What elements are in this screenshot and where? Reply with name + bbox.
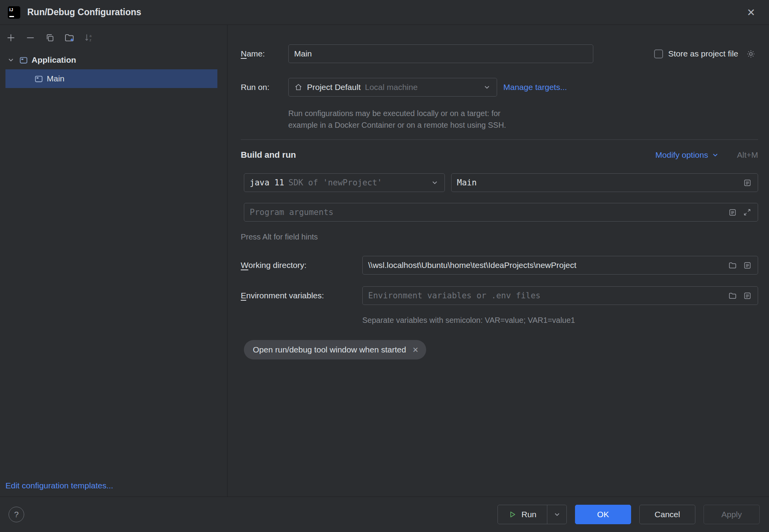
sort-az-icon: a z: [84, 33, 94, 43]
run-button-label: Run: [521, 510, 536, 519]
new-folder-icon: [64, 32, 75, 43]
main-class-input[interactable]: [452, 174, 740, 192]
build-and-run-title: Build and run: [241, 150, 296, 160]
tree-item-main[interactable]: Main: [5, 69, 217, 88]
remove-configuration-button[interactable]: [22, 30, 39, 46]
help-icon[interactable]: ?: [9, 507, 24, 522]
ok-button[interactable]: OK: [575, 505, 631, 524]
add-configuration-button[interactable]: [2, 30, 19, 46]
build-fields: java 11 SDK of 'newProject': [244, 173, 758, 222]
run-on-select[interactable]: Project Default Local machine: [288, 78, 497, 97]
run-on-label: Run on:: [241, 83, 288, 92]
environment-variables-help: Separate variables with semicolon: VAR=v…: [362, 314, 758, 326]
run-on-help-line1: Run configurations may be executed local…: [288, 107, 758, 119]
run-button[interactable]: Run: [498, 505, 547, 524]
program-arguments-input[interactable]: [244, 203, 725, 221]
run-on-help: Run configurations may be executed local…: [288, 107, 758, 131]
titlebar: IJ Run/Debug Configurations ✕: [0, 0, 769, 25]
name-input[interactable]: [289, 45, 593, 63]
run-on-row: Run on: Project Default Local machine Ma…: [241, 78, 758, 97]
application-icon: [34, 74, 43, 83]
working-directory-input[interactable]: [363, 256, 725, 274]
expand-field-icon[interactable]: [740, 288, 755, 303]
store-as-project-file-group: Store as project file: [654, 46, 758, 61]
environment-variables-field: [362, 286, 758, 305]
expand-dialog-icon[interactable]: [740, 205, 755, 220]
browse-folder-icon[interactable]: [725, 258, 740, 273]
intellij-logo-glyph: IJ: [9, 7, 13, 12]
cancel-button[interactable]: Cancel: [639, 505, 695, 524]
modify-options-shortcut: Alt+M: [737, 150, 758, 160]
copy-configuration-button[interactable]: [41, 30, 58, 46]
chevron-down-icon[interactable]: [6, 56, 16, 64]
main-class-field: [451, 173, 758, 192]
environment-variables-input[interactable]: [363, 287, 725, 305]
environment-variables-row: Environment variables:: [241, 286, 758, 305]
run-options-chevron[interactable]: [547, 505, 566, 524]
expand-field-icon[interactable]: [740, 175, 755, 190]
working-directory-row: Working directory:: [241, 256, 758, 275]
application-icon: [19, 56, 28, 65]
chevron-down-icon: [711, 151, 719, 159]
program-arguments-field: [244, 203, 758, 222]
minus-icon: [25, 33, 35, 43]
apply-button[interactable]: Apply: [704, 505, 760, 524]
home-icon: [294, 83, 303, 92]
tree-group-application[interactable]: Application: [0, 51, 227, 69]
intellij-logo-icon: IJ: [8, 6, 20, 19]
chevron-down-icon: [553, 510, 561, 519]
store-as-project-file-checkbox[interactable]: [654, 49, 663, 58]
press-alt-hint: Press Alt for field hints: [241, 231, 758, 243]
browse-folder-icon[interactable]: [725, 288, 740, 303]
remove-option-icon[interactable]: ✕: [412, 346, 418, 354]
play-icon: [508, 510, 517, 519]
footer-buttons: Run OK Cancel Apply: [497, 505, 760, 524]
svg-text:a: a: [90, 34, 92, 38]
build-and-run-header: Build and run Modify options Alt+M: [241, 150, 758, 160]
run-on-help-line2: example in a Docker Container or on a re…: [288, 119, 758, 131]
close-icon[interactable]: ✕: [743, 5, 759, 20]
run-split-button: Run: [497, 505, 567, 524]
working-directory-label: Working directory:: [241, 261, 362, 270]
run-on-machine: Local machine: [365, 83, 418, 92]
sdk-suffix: SDK of 'newProject': [289, 178, 382, 187]
configurations-tree: Application Main: [0, 51, 227, 88]
expand-field-icon[interactable]: [740, 258, 755, 273]
name-field: [288, 44, 593, 63]
sidebar-toolbar: a z: [0, 25, 227, 51]
store-as-project-file-label: Store as project file: [668, 49, 738, 58]
environment-variables-label: Environment variables:: [241, 291, 362, 300]
tree-item-label: Main: [47, 74, 65, 83]
run-on-value: Project Default: [307, 83, 361, 92]
name-row: Name: Store as project file: [241, 44, 758, 63]
store-settings-gear-icon[interactable]: [743, 46, 758, 61]
working-directory-field: [362, 256, 758, 275]
jre-sdk-select[interactable]: java 11 SDK of 'newProject': [244, 173, 445, 192]
chevron-down-icon: [483, 83, 491, 92]
section-divider: [241, 139, 758, 140]
name-label: Name:: [241, 49, 288, 58]
modify-options-link[interactable]: Modify options: [655, 150, 719, 160]
copy-icon: [45, 33, 55, 43]
modify-options-label: Modify options: [655, 150, 708, 160]
sdk-row: java 11 SDK of 'newProject': [244, 173, 758, 192]
dialog-title: Run/Debug Configurations: [27, 7, 141, 18]
new-folder-button[interactable]: [61, 30, 78, 46]
run-debug-configurations-dialog: IJ Run/Debug Configurations ✕: [0, 0, 769, 532]
chevron-down-icon: [430, 178, 439, 187]
pill-label: Open run/debug tool window when started: [253, 345, 406, 354]
tree-group-label: Application: [32, 55, 76, 65]
open-tool-window-option-pill[interactable]: Open run/debug tool window when started …: [244, 340, 426, 359]
configurations-sidebar: a z Application: [0, 25, 228, 497]
config-form: Name: Store as project file: [228, 25, 769, 497]
edit-configuration-templates-link[interactable]: Edit configuration templates...: [5, 481, 113, 490]
dialog-footer: ? Run OK Cancel Apply: [0, 497, 769, 532]
sort-configurations-button[interactable]: a z: [80, 30, 97, 46]
expand-field-icon[interactable]: [725, 205, 740, 220]
svg-text:z: z: [90, 38, 92, 42]
manage-targets-link[interactable]: Manage targets...: [503, 83, 567, 92]
sdk-value: java 11: [250, 178, 284, 187]
plus-icon: [6, 33, 16, 43]
